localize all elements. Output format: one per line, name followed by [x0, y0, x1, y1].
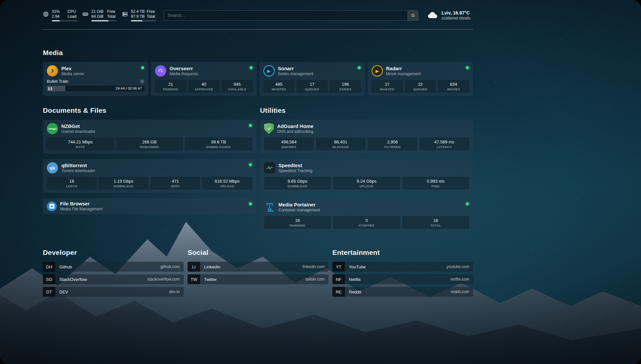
- stat-queued: 22QUEUED: [405, 80, 436, 93]
- service-description: Media server: [61, 72, 84, 76]
- section-title-entertainment: Entertainment: [332, 249, 473, 257]
- stat-queued: 17QUEUED: [296, 80, 328, 93]
- bookmark-abbr: TW: [188, 274, 200, 284]
- sonarr-icon: ▶: [263, 65, 275, 76]
- search-provider-button[interactable]: G: [408, 11, 418, 20]
- bookmark-name: Github: [59, 264, 72, 269]
- bookmark-url: reddit.com: [451, 289, 469, 294]
- memory-total-value: 64 GiB: [91, 14, 107, 19]
- stat-remaining: 266 GBREMAINING: [116, 137, 183, 150]
- bookmark-stackoverflow[interactable]: SO StackOverflow stackoverflow.com: [43, 274, 184, 284]
- service-description: DNS and adblocking: [277, 129, 314, 134]
- stat-wanted: 485WANTED: [263, 80, 295, 93]
- bookmark-dev[interactable]: DT DEV dev.to: [43, 287, 184, 297]
- stat-downloaded: 39.6 TBDOWNLOADED: [185, 137, 252, 150]
- service-card-overseerr[interactable]: Overseerr Media Requests 21PENDING 40APP…: [151, 62, 257, 96]
- section-title-social: Social: [188, 249, 328, 257]
- service-description: Speedtest Tracking: [279, 168, 313, 173]
- service-card-qbittorrent[interactable]: qb qBittorrent Torrent downloader 16LEEC…: [43, 159, 256, 193]
- service-description: Usenet downloader: [61, 129, 95, 134]
- stat-available: 945AVAILABLE: [222, 80, 253, 93]
- pause-button[interactable]: [48, 87, 52, 90]
- cpu-load-label: Load: [68, 14, 77, 19]
- nzbget-icon: nzbget: [47, 123, 58, 134]
- qbittorrent-icon: qb: [47, 162, 58, 173]
- service-card-radarr[interactable]: ▶ Radarr Movie management 17WANTED 22QUE…: [368, 62, 473, 96]
- bookmark-name: YouTube: [349, 264, 366, 269]
- cpu-usage-value: 31%: [52, 9, 68, 14]
- bookmark-name: StackOverflow: [59, 277, 87, 282]
- bookmark-abbr: SO: [43, 274, 55, 284]
- service-description: Media Requests: [169, 72, 198, 76]
- bookmark-url: dev.to: [169, 289, 180, 294]
- disk-total-label: Total: [147, 14, 156, 19]
- bookmark-reddit[interactable]: RE Reddit reddit.com: [332, 287, 473, 297]
- bookmark-url: stackoverflow.com: [147, 277, 180, 282]
- status-dot: [250, 66, 253, 69]
- service-card-sonarr[interactable]: ▶ Sonarr Series management 485WANTED 17Q…: [259, 62, 365, 96]
- weather-location-temp: Lviv, 16.87°C: [442, 10, 470, 16]
- section-title-utilities: Utilities: [260, 106, 473, 114]
- service-card-portainer[interactable]: Media Portainer Container management 16R…: [260, 198, 473, 232]
- bookmark-abbr: NF: [332, 274, 345, 284]
- overseerr-icon: [155, 65, 166, 76]
- stat-series: 196SERIES: [330, 80, 361, 93]
- bookmark-url: twitter.com: [306, 277, 324, 282]
- section-utilities: Utilities AdGuard Home DNS and adblockin…: [260, 106, 473, 232]
- memory-widget: 21 GiBFree 64 GiBTotal: [82, 9, 117, 21]
- service-card-plex[interactable]: Plex Media server Bullet Train: [43, 62, 148, 96]
- stat-filtered: 2,956FILTERED: [368, 137, 417, 150]
- status-dot: [249, 202, 252, 205]
- stat-total: 16TOTAL: [402, 216, 470, 229]
- bookmark-abbr: DT: [43, 287, 55, 297]
- filebrowser-icon: [47, 201, 57, 211]
- radarr-icon: ▶: [372, 65, 383, 76]
- section-documents: Documents & Files nzbget NZBGet Usenet d…: [43, 106, 256, 232]
- plex-icon: [47, 65, 58, 76]
- service-card-filebrowser[interactable]: File Browser Media File Management: [43, 198, 256, 214]
- section-developer: Developer GH Github github.com SO StackO…: [43, 249, 184, 297]
- stat-ping: 0.993 msPING: [402, 177, 470, 190]
- bookmark-youtube[interactable]: YT YouTube youtube.com: [332, 262, 473, 272]
- top-bar: 31%CPU 2.94Load 21 GiBFree 64 GiBTotal: [43, 9, 473, 21]
- portainer-icon: [264, 201, 275, 213]
- cloud-icon: [427, 11, 438, 20]
- stat-movies: 834MOVIES: [438, 80, 469, 93]
- cpu-usage-label: CPU: [68, 9, 77, 14]
- bookmark-name: LinkedIn: [204, 264, 220, 269]
- status-dot: [249, 124, 252, 127]
- service-name: Overseerr: [169, 66, 198, 72]
- service-name: NZBGet: [61, 123, 95, 129]
- service-description: Container management: [279, 208, 320, 213]
- cpu-widget: 31%CPU 2.94Load: [43, 9, 77, 21]
- memory-stats: 21 GiBFree 64 GiBTotal: [91, 9, 117, 21]
- cpu-progress-bar: [52, 20, 77, 21]
- disk-widget: 52.4 TBFree 97.9 TBTotal: [122, 9, 156, 21]
- bookmark-netflix[interactable]: NF Netflix netflix.com: [332, 274, 473, 284]
- bookmark-twitter[interactable]: TW Twitter twitter.com: [188, 274, 328, 284]
- bookmark-abbr: GH: [43, 262, 55, 272]
- stat-download: 9.65 GbpsDOWNLOAD: [264, 177, 331, 190]
- bookmark-github[interactable]: GH Github github.com: [43, 262, 184, 272]
- playback-progress-bar: 24:44 / 02:06:47: [47, 86, 144, 91]
- bookmark-linkedin[interactable]: LI LinkedIn linkedin.com: [188, 262, 328, 272]
- gear-icon[interactable]: [140, 79, 144, 84]
- stat-seed: 471SEED: [150, 177, 200, 190]
- search-input[interactable]: [164, 11, 408, 20]
- stat-latency: 47.569 msLATENCY: [419, 137, 469, 150]
- stat-blocked: 86,401BLOCKED: [316, 137, 366, 150]
- status-dot: [358, 66, 361, 69]
- memory-free-label: Free: [107, 9, 117, 14]
- weather-widget: Lviv, 16.87°C scattered clouds: [427, 10, 473, 21]
- stat-upload: 9.24 GbpsUPLOAD: [333, 177, 400, 190]
- disk-total-value: 97.9 TB: [131, 14, 147, 19]
- section-title-media: Media: [43, 49, 473, 57]
- stat-pending: 21PENDING: [155, 80, 186, 93]
- service-card-adguard[interactable]: AdGuard Home DNS and adblocking 498,564Q…: [260, 120, 473, 154]
- service-name: Media Portainer: [279, 202, 320, 208]
- service-card-speedtest[interactable]: Speedtest Speedtest Tracking 9.65 GbpsDO…: [260, 159, 473, 193]
- service-card-nzbget[interactable]: nzbget NZBGet Usenet downloader 744.21 M…: [43, 120, 256, 154]
- memory-progress-bar: [91, 20, 117, 21]
- weather-condition: scattered clouds: [442, 16, 470, 21]
- service-name: Sonarr: [278, 66, 313, 72]
